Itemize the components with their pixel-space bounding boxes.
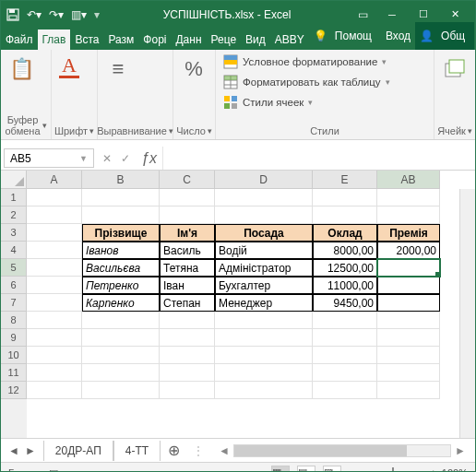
cell-B6[interactable]: Петренко: [82, 277, 160, 294]
cell-AB5[interactable]: [377, 259, 440, 277]
share-button[interactable]: 👤Общ: [415, 22, 474, 50]
paste-button[interactable]: 📋: [5, 53, 38, 88]
tab-review[interactable]: Реце: [207, 30, 242, 50]
view-normal-button[interactable]: ▦: [271, 466, 290, 472]
tab-formulas[interactable]: Форі: [138, 30, 171, 50]
sheet-tab-1[interactable]: 4-ТТ: [113, 441, 161, 461]
tell-me[interactable]: 💡 Помощ: [309, 22, 381, 50]
cell-D11[interactable]: [215, 364, 313, 382]
cell-E6[interactable]: 11000,00: [313, 277, 377, 294]
cell-E7[interactable]: 9450,00: [313, 294, 377, 312]
horizontal-scrollbar[interactable]: ◄►: [209, 444, 475, 457]
cell-B8[interactable]: [82, 312, 160, 329]
cell-A2[interactable]: [27, 206, 82, 224]
cell-C9[interactable]: [160, 329, 215, 347]
tab-layout[interactable]: Разм: [103, 30, 138, 50]
cell-A3[interactable]: [27, 224, 82, 242]
cell-A11[interactable]: [27, 364, 82, 382]
cell-E11[interactable]: [313, 364, 377, 382]
cell-D6[interactable]: Бухгалтер: [215, 277, 313, 294]
cell-AB4[interactable]: 2000,00: [377, 242, 440, 259]
cell-C5[interactable]: Тетяна: [160, 259, 215, 277]
cell-E5[interactable]: 12500,00: [313, 259, 377, 277]
cell-B11[interactable]: [82, 364, 160, 382]
cell-AB2[interactable]: [377, 206, 440, 224]
cell-C8[interactable]: [160, 312, 215, 329]
cell-D3[interactable]: Посада: [215, 224, 313, 242]
sheet-next-icon[interactable]: ►: [25, 444, 36, 457]
cell-E10[interactable]: [313, 347, 377, 364]
cell-C11[interactable]: [160, 364, 215, 382]
cell-C2[interactable]: [160, 206, 215, 224]
cell-B12[interactable]: [82, 382, 160, 399]
vertical-scrollbar[interactable]: [459, 189, 475, 438]
sheet-prev-icon[interactable]: ◄: [8, 444, 19, 457]
cell-AB6[interactable]: [377, 277, 440, 294]
col-header-E[interactable]: E: [313, 171, 377, 188]
view-layout-button[interactable]: ▤: [297, 466, 315, 472]
cell-E3[interactable]: Оклад: [313, 224, 377, 242]
row-header-6[interactable]: 6: [1, 277, 27, 294]
cell-B1[interactable]: [82, 189, 160, 206]
tab-view[interactable]: Вид: [241, 30, 270, 50]
row-header-3[interactable]: 3: [1, 224, 27, 242]
cell-C6[interactable]: Іван: [160, 277, 215, 294]
cell-styles-button[interactable]: Стили ячеек▾: [220, 93, 394, 112]
row-header-1[interactable]: 1: [1, 189, 27, 206]
cell-A4[interactable]: [27, 242, 82, 259]
cell-E9[interactable]: [313, 329, 377, 347]
cell-AB3[interactable]: Премія: [377, 224, 440, 242]
cell-D12[interactable]: [215, 382, 313, 399]
cell-C7[interactable]: Степан: [160, 294, 215, 312]
tab-file[interactable]: Файл: [1, 30, 38, 50]
cell-E1[interactable]: [313, 189, 377, 206]
cell-B7[interactable]: Карпенко: [82, 294, 160, 312]
font-button[interactable]: А: [55, 53, 83, 85]
row-header-8[interactable]: 8: [1, 312, 27, 329]
cells-grid[interactable]: ПрізвищеІм'яПосадаОкладПреміяІвановВасил…: [27, 189, 459, 438]
enter-icon[interactable]: ✓: [121, 152, 130, 165]
add-sheet-button[interactable]: ⊕: [161, 442, 187, 459]
cell-AB10[interactable]: [377, 347, 440, 364]
col-header-D[interactable]: D: [215, 171, 313, 188]
zoom-level[interactable]: 100%: [442, 467, 468, 472]
cell-A10[interactable]: [27, 347, 82, 364]
cell-D5[interactable]: Адміністратор: [215, 259, 313, 277]
name-box[interactable]: AB5▼: [4, 148, 94, 168]
row-header-9[interactable]: 9: [1, 329, 27, 347]
col-header-B[interactable]: B: [82, 171, 160, 188]
cell-E4[interactable]: 8000,00: [313, 242, 377, 259]
sheet-tab-0[interactable]: 20ДР-АП: [43, 441, 113, 461]
format-as-table-button[interactable]: Форматировать как таблицу▾: [220, 73, 394, 91]
row-header-10[interactable]: 10: [1, 347, 27, 364]
align-button[interactable]: ≡: [101, 53, 135, 88]
cell-B9[interactable]: [82, 329, 160, 347]
qat-more-icon[interactable]: ▾: [94, 8, 100, 21]
ribbon-display-icon[interactable]: ▭: [349, 8, 377, 21]
cell-C12[interactable]: [160, 382, 215, 399]
cell-A7[interactable]: [27, 294, 82, 312]
cell-D9[interactable]: [215, 329, 313, 347]
zoom-in-icon[interactable]: +: [430, 467, 435, 472]
save-icon[interactable]: [6, 8, 19, 21]
cell-E2[interactable]: [313, 206, 377, 224]
row-header-2[interactable]: 2: [1, 206, 27, 224]
cell-A9[interactable]: [27, 329, 82, 347]
cell-AB12[interactable]: [377, 382, 440, 399]
cell-D1[interactable]: [215, 189, 313, 206]
cell-C1[interactable]: [160, 189, 215, 206]
formula-bar[interactable]: [162, 147, 475, 170]
cell-B2[interactable]: [82, 206, 160, 224]
cell-D2[interactable]: [215, 206, 313, 224]
tab-home[interactable]: Глав: [38, 30, 71, 50]
fx-icon[interactable]: ƒx: [136, 147, 162, 170]
cell-AB11[interactable]: [377, 364, 440, 382]
conditional-formatting-button[interactable]: Условное форматирование▾: [220, 53, 394, 71]
macro-icon[interactable]: ▣: [49, 467, 58, 473]
cell-B5[interactable]: Васильєва: [82, 259, 160, 277]
sheet-nav[interactable]: ◄►: [1, 444, 43, 457]
cell-AB1[interactable]: [377, 189, 440, 206]
row-header-11[interactable]: 11: [1, 364, 27, 382]
zoom-out-icon[interactable]: −: [349, 467, 354, 472]
cell-D7[interactable]: Менеджер: [215, 294, 313, 312]
